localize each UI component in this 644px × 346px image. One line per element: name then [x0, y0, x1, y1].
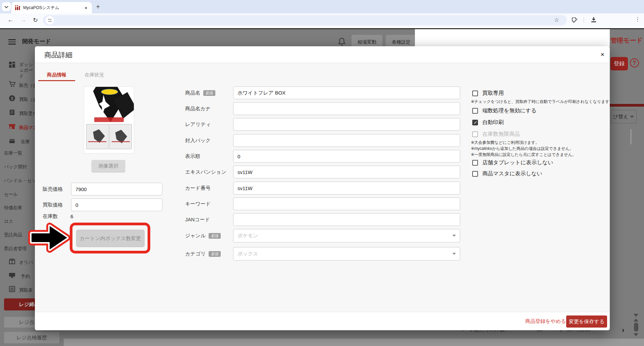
admin-mode-label[interactable]: 管理モード [610, 36, 643, 45]
required-badge: 必須 [209, 251, 221, 257]
keyword-input[interactable] [233, 197, 460, 210]
sidebar-sub-consigned-goods[interactable]: 受託商品 [4, 232, 22, 238]
chevron-down-icon [630, 116, 634, 118]
checkbox[interactable] [472, 160, 478, 166]
checkbox[interactable] [472, 91, 478, 96]
screen: MycaPOSシステム × + ← → ↻ ☆ ⋮ 開発モード 相場変動 各種設… [0, 0, 644, 346]
sidebar-sub-loss[interactable]: ロス [4, 219, 13, 225]
forward-icon[interactable]: → [20, 16, 26, 23]
toolbar-separator [584, 17, 584, 23]
unlimited-note-3: ※一度無限商品に設定したら元に戻すことはできません。 [471, 152, 576, 158]
monitor-icon [8, 272, 16, 279]
next-page-icon[interactable]: › [622, 326, 624, 335]
box-icon [8, 137, 16, 144]
scroll-down-icon[interactable] [634, 333, 638, 336]
field-label: JANコード [185, 213, 210, 226]
tab-stock-status[interactable]: 在庫状況 [76, 72, 113, 78]
sidebar-item-dashboard[interactable]: ダッシュボード [19, 62, 36, 79]
checkbox[interactable] [472, 131, 478, 137]
display-order-input[interactable] [233, 150, 460, 163]
coin-icon: $ [8, 95, 16, 102]
scroll-up-icon[interactable] [634, 319, 638, 322]
background-scrollbar-thumb[interactable] [630, 129, 632, 145]
url-bar[interactable] [43, 15, 567, 25]
modal-close-icon[interactable]: ✕ [600, 52, 605, 58]
register-check-history-button[interactable]: レジ点検履歴 [4, 332, 59, 343]
checkbox-row: 端数処理を無効にする [472, 107, 537, 114]
browser-menu-icon[interactable]: ⋮ [635, 16, 640, 22]
buy-price-input[interactable] [71, 198, 162, 211]
product-name-kana-input[interactable] [233, 102, 460, 115]
tab-search-chevron-button[interactable] [2, 2, 11, 11]
field-label: カード番号 [185, 182, 211, 194]
product-name-input[interactable] [233, 86, 460, 99]
reload-icon[interactable]: ↻ [33, 16, 38, 24]
checkbox[interactable] [472, 171, 478, 177]
modal-title: 商品詳細 [44, 50, 72, 60]
sidebar-sub-pack-opening[interactable]: パック開封 [4, 164, 27, 170]
store-icon [8, 123, 16, 130]
genre-select[interactable]: ポケモン [233, 229, 460, 242]
scrollbar-thumb[interactable] [634, 323, 638, 332]
sidebar-item-stock[interactable]: 在庫 [21, 139, 30, 145]
checkbox[interactable] [472, 108, 478, 114]
unlimited-note-2: ※mycalinksから追加した商品の場合は設定できません。 [471, 146, 574, 152]
app-title: 開発モード [22, 38, 51, 45]
sidebar-sub-sale[interactable]: セール [4, 191, 18, 197]
sidebar-sub-consignor-management[interactable]: 委託者管理 [4, 246, 27, 252]
checkbox-row: 店舗タブレットに表示しない [472, 159, 553, 166]
sell-price-label: 販売価格 [43, 183, 63, 195]
tab-close-icon[interactable]: × [83, 5, 89, 10]
cart-icon [8, 80, 16, 88]
site-settings-icon[interactable] [46, 16, 54, 24]
field-label: カテゴリ必須 [185, 247, 221, 261]
sort-dropdown[interactable]: 並び替え [611, 110, 637, 123]
sidebar-item-reservation[interactable]: 予約 [21, 274, 30, 280]
checkbox-row: 商品マスタに表示しない [472, 170, 542, 177]
svg-text:$: $ [11, 96, 13, 101]
receipt-icon [8, 109, 16, 116]
product-detail-modal: 商品詳細 ✕ 商品情報 在庫状況 画像選択 販売価格 買取価格 在庫数 6 カー… [35, 46, 610, 330]
sidebar-item-purchase-table[interactable]: 買取表 [19, 287, 33, 293]
back-icon[interactable]: ← [7, 16, 13, 23]
favicon-myca-icon [15, 5, 20, 10]
sidebar-sub-stock-list[interactable]: 在庫一覧 [4, 150, 22, 156]
background-white-panel [415, 29, 610, 47]
checkbox[interactable] [472, 120, 478, 125]
sell-price-input[interactable] [71, 183, 162, 195]
bookmark-star-icon[interactable]: ☆ [554, 16, 559, 23]
background-tab-underline [610, 104, 644, 107]
dashboard-icon [8, 61, 16, 68]
extensions-puzzle-icon[interactable] [571, 16, 578, 23]
cancel-registration-link[interactable]: 商品登録をやめる [525, 318, 566, 325]
tab-product-info[interactable]: 商品情報 [38, 72, 75, 78]
expansion-input[interactable] [233, 166, 460, 178]
browser-tab[interactable]: MycaPOSシステム × [11, 2, 92, 13]
stock-count-value: 6 [70, 212, 73, 220]
scroll-down-icon[interactable] [634, 314, 638, 317]
stock-count-label: 在庫数 [43, 212, 58, 220]
checkbox-row: 買取専用 [472, 90, 504, 97]
field-label: 表示順 [185, 150, 200, 163]
category-select[interactable]: ボックス [233, 247, 460, 261]
jan-code-input[interactable] [233, 213, 460, 226]
save-changes-button[interactable]: 変更を保存する [566, 315, 607, 328]
help-icon[interactable]: ? [630, 58, 639, 67]
new-tab-button[interactable]: + [96, 3, 100, 11]
image-select-button[interactable]: 画像選択 [92, 160, 125, 172]
unlimited-note-1: ※大会参加費などにご利用頂けます。 [471, 140, 539, 146]
register-button[interactable]: 登録 [610, 57, 628, 70]
sort-dropdown-value: 並び替え [613, 114, 628, 120]
rarity-input[interactable] [233, 118, 460, 131]
gift-icon [8, 257, 16, 265]
required-badge: 必須 [209, 233, 221, 239]
sidebar-sub-special-stock[interactable]: 特価在庫 [4, 205, 22, 211]
carton-box-count-button[interactable]: カートン内ボックス数変更 [76, 230, 145, 247]
card-number-input[interactable] [233, 182, 460, 194]
hamburger-menu-icon[interactable] [8, 39, 16, 45]
field-label: エキスパンション [185, 166, 226, 178]
download-icon[interactable] [590, 16, 598, 24]
sidebar-item-purchase-reception[interactable]: 買取受付 [19, 111, 37, 117]
enclosed-pack-input[interactable] [233, 134, 460, 147]
field-label: レアリティ [185, 118, 211, 131]
